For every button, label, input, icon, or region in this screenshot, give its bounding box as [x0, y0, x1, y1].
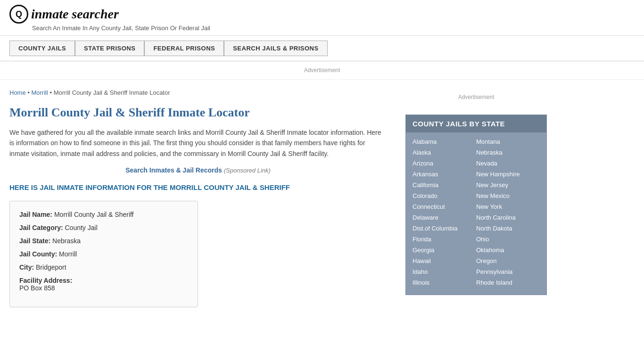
nav-bar: COUNTY JAILS STATE PRISONS FEDERAL PRISO…: [0, 36, 644, 61]
state-link[interactable]: New Jersey: [476, 180, 540, 190]
nav-federal-prisons[interactable]: FEDERAL PRISONS: [144, 41, 224, 56]
breadcrumb-sep2: •: [50, 89, 54, 96]
logo-icon: Q: [9, 5, 28, 24]
jail-name-val: Morrill County Jail & Sheriff: [54, 211, 134, 218]
state-link[interactable]: Montana: [476, 136, 540, 147]
breadcrumb: Home • Morrill • Morrill County Jail & S…: [9, 89, 387, 96]
info-row-name: Jail Name: Morrill County Jail & Sheriff: [19, 211, 188, 218]
logo-text-span: inmate searcher: [31, 7, 119, 21]
header: Q inmate searcher Search An Inmate In An…: [0, 0, 644, 36]
state-link[interactable]: Pennsylvania: [476, 266, 540, 277]
state-link[interactable]: Hawaii: [413, 255, 476, 266]
state-link[interactable]: New Hampshire: [476, 169, 540, 180]
state-link[interactable]: Nebraska: [476, 147, 540, 158]
nav-county-jails[interactable]: COUNTY JAILS: [9, 41, 75, 56]
sponsored-label-text: (Sponsored Link): [224, 167, 271, 174]
breadcrumb-morrill[interactable]: Morrill: [31, 89, 48, 96]
nav-buttons: COUNTY JAILS STATE PRISONS FEDERAL PRISO…: [9, 41, 635, 56]
state-link[interactable]: Georgia: [413, 245, 476, 255]
tagline: Search An Inmate In Any County Jail, Sta…: [32, 25, 635, 32]
jail-category-val: County Jail: [65, 224, 97, 231]
state-link[interactable]: Delaware: [413, 212, 476, 223]
ad-sidebar: Advertisement: [405, 89, 547, 105]
state-link[interactable]: New Mexico: [476, 190, 540, 201]
state-link[interactable]: Rhode Island: [476, 277, 540, 288]
jail-state-label: Jail State:: [19, 237, 50, 245]
info-box: Jail Name: Morrill County Jail & Sheriff…: [9, 201, 198, 307]
state-columns: AlabamaAlaskaArizonaArkansasCaliforniaCo…: [406, 132, 546, 295]
jail-category-label: Jail Category:: [19, 224, 63, 231]
state-link[interactable]: Florida: [413, 234, 476, 245]
state-link[interactable]: North Carolina: [476, 212, 540, 223]
state-link[interactable]: Arkansas: [413, 169, 476, 180]
states-right-col: MontanaNebraskaNevadaNew HampshireNew Je…: [476, 136, 540, 288]
state-link[interactable]: Nevada: [476, 158, 540, 169]
state-link[interactable]: Colorado: [413, 190, 476, 201]
state-box: COUNTY JAILS BY STATE AlabamaAlaskaArizo…: [405, 115, 547, 295]
info-row-state: Jail State: Nebraska: [19, 237, 188, 245]
page-title: Morrill County Jail & Sheriff Inmate Loc…: [9, 106, 387, 120]
state-link[interactable]: Oregon: [476, 255, 540, 266]
content-area: Home • Morrill • Morrill County Jail & S…: [9, 80, 396, 317]
nav-search-jails[interactable]: SEARCH JAILS & PRISONS: [224, 41, 327, 56]
sponsored-link[interactable]: Search Inmates & Jail Records: [125, 166, 222, 174]
state-link[interactable]: Idaho: [413, 266, 476, 277]
city-val: Bridgeport: [36, 263, 66, 271]
state-link[interactable]: New York: [476, 201, 540, 212]
info-row-address: Facility Address: PO Box 858: [19, 277, 188, 292]
main-layout: Home • Morrill • Morrill County Jail & S…: [0, 80, 644, 317]
info-row-county: Jail County: Morrill: [19, 250, 188, 258]
state-link[interactable]: Ohio: [476, 234, 540, 245]
facility-address-value: PO Box 858: [19, 284, 188, 292]
jail-state-val: Nebraska: [52, 237, 81, 245]
sidebar: Advertisement COUNTY JAILS BY STATE Alab…: [396, 80, 547, 317]
state-box-title: COUNTY JAILS BY STATE: [406, 115, 546, 132]
info-row-category: Jail Category: County Jail: [19, 224, 188, 231]
city-label: City:: [19, 263, 34, 271]
state-link[interactable]: Arizona: [413, 158, 476, 169]
state-link[interactable]: California: [413, 180, 476, 190]
ad-top-banner: Advertisement: [0, 61, 644, 80]
jail-county-label: Jail County:: [19, 250, 57, 258]
breadcrumb-home[interactable]: Home: [9, 89, 26, 96]
state-link[interactable]: Connecticut: [413, 201, 476, 212]
nav-state-prisons[interactable]: STATE PRISONS: [75, 41, 144, 56]
state-link[interactable]: Alabama: [413, 136, 476, 147]
info-row-city: City: Bridgeport: [19, 263, 188, 271]
section-heading: HERE IS JAIL INMATE INFORMATION FOR THE …: [9, 183, 387, 191]
facility-address-label: Facility Address:: [19, 277, 72, 284]
state-link[interactable]: North Dakota: [476, 223, 540, 234]
jail-county-val: Morrill: [59, 250, 77, 258]
description-text: We have gathered for you all the availab…: [9, 127, 387, 159]
logo-area: Q inmate searcher: [9, 5, 635, 24]
state-link[interactable]: Alaska: [413, 147, 476, 158]
state-link[interactable]: Dist.of Columbia: [413, 223, 476, 234]
state-link[interactable]: Illinois: [413, 277, 476, 288]
jail-name-label: Jail Name:: [19, 211, 52, 218]
logo-text: inmate searcher: [31, 7, 119, 22]
states-left-col: AlabamaAlaskaArizonaArkansasCaliforniaCo…: [413, 136, 476, 288]
breadcrumb-current: Morrill County Jail & Sheriff Inmate Loc…: [54, 89, 170, 96]
sponsored-link-area: Search Inmates & Jail Records (Sponsored…: [9, 166, 387, 174]
state-link[interactable]: Oklahoma: [476, 245, 540, 255]
